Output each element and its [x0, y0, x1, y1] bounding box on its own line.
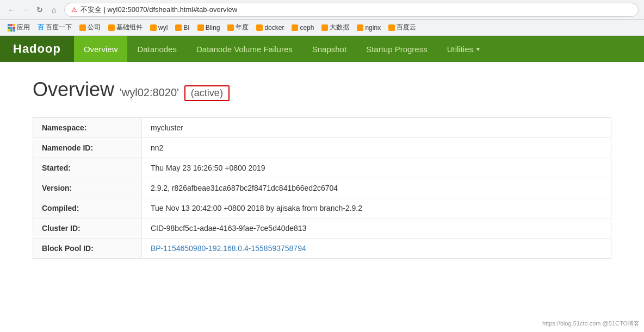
- bookmark-year-label: 年度: [236, 23, 249, 32]
- folder-icon: [197, 24, 204, 31]
- baidu-icon: 百: [38, 23, 44, 32]
- bookmark-bi-label: BI: [183, 24, 189, 32]
- table-cell-label: Block Pool ID:: [33, 239, 142, 259]
- bookmark-bi[interactable]: BI: [172, 23, 193, 33]
- folder-icon: [108, 24, 115, 31]
- page-server: 'wyl02:8020': [120, 86, 179, 99]
- table-cell-value: 2.9.2, r826afbeae31ca687bc2f8471dc841b66…: [142, 178, 611, 198]
- bookmark-bigdata-label: 大数据: [330, 23, 349, 32]
- bookmark-wyl[interactable]: wyl: [147, 23, 171, 33]
- nav-buttons: ← → ↻ ⌂: [5, 4, 60, 16]
- table-cell-value: mycluster: [142, 118, 611, 138]
- table-row: Cluster ID:CID-98bcf5c1-adae-4163-9fae-7…: [33, 218, 611, 239]
- table-cell-value: CID-98bcf5c1-adae-4163-9fae-7ce5d40de813: [142, 218, 611, 239]
- bookmark-apps-label: 应用: [17, 23, 30, 32]
- folder-icon: [150, 24, 157, 31]
- svg-rect-8: [13, 29, 15, 32]
- watermark: https://blog.51cto.com @51CTO博客: [542, 320, 640, 328]
- nav-overview[interactable]: Overview: [74, 36, 128, 62]
- nav-datanodes[interactable]: Datanodes: [127, 36, 187, 62]
- folder-icon: [175, 24, 182, 31]
- url-text: 不安全 | wyl02:50070/dfshealth.html#tab-ove…: [81, 5, 237, 15]
- table-cell-label: Started:: [33, 158, 142, 178]
- table-link-value[interactable]: BP-1154650980-192.168.0.4-1558593758794: [151, 244, 306, 253]
- table-row: Compiled:Tue Nov 13 20:42:00 +0800 2018 …: [33, 198, 611, 218]
- browser-chrome: ← → ↻ ⌂ ⚠ 不安全 | wyl02:50070/dfshealth.ht…: [0, 0, 644, 20]
- table-cell-label: Version:: [33, 178, 142, 198]
- bookmarks-bar: 应用 百 百度一下 公司 基础组件 wyl BI Bling 年度 docker…: [0, 20, 644, 36]
- table-cell-label: Cluster ID:: [33, 218, 142, 239]
- bookmark-infra-label: 基础组件: [116, 23, 143, 32]
- svg-rect-1: [10, 24, 13, 26]
- bookmark-baidu[interactable]: 百 百度一下: [34, 22, 75, 33]
- utilities-label: Utilities: [447, 45, 473, 54]
- table-cell-value[interactable]: BP-1154650980-192.168.0.4-1558593758794: [142, 239, 611, 259]
- table-cell-label: Compiled:: [33, 198, 142, 218]
- folder-icon: [256, 24, 263, 31]
- table-row: Version:2.9.2, r826afbeae31ca687bc2f8471…: [33, 178, 611, 198]
- table-row: Namespace:mycluster: [33, 118, 611, 138]
- folder-icon: [321, 24, 328, 31]
- forward-button[interactable]: →: [20, 4, 32, 16]
- bookmark-baiduyun[interactable]: 百度云: [385, 22, 419, 33]
- dropdown-arrow-icon: ▼: [475, 46, 481, 52]
- bookmark-company-label: 公司: [88, 23, 101, 32]
- bookmark-company[interactable]: 公司: [76, 22, 104, 33]
- bookmark-ceph[interactable]: ceph: [288, 23, 317, 33]
- folder-icon: [388, 24, 395, 31]
- nav-snapshot[interactable]: Snapshot: [302, 36, 356, 62]
- svg-rect-5: [13, 27, 15, 29]
- bookmark-apps[interactable]: 应用: [4, 22, 33, 33]
- svg-rect-3: [8, 27, 10, 29]
- table-cell-label: Namespace:: [33, 118, 142, 138]
- active-badge: (active): [184, 85, 230, 101]
- svg-rect-0: [8, 24, 10, 26]
- nav-links: Overview Datanodes Datanode Volume Failu…: [74, 36, 491, 62]
- bookmark-nginx-label: nginx: [365, 24, 381, 32]
- hadoop-brand: Hadoop: [0, 36, 74, 62]
- main-content: Overview 'wyl02:8020' (active) Namespace…: [0, 62, 644, 332]
- svg-rect-4: [10, 27, 13, 29]
- bookmark-ceph-label: ceph: [300, 24, 314, 32]
- refresh-button[interactable]: ↻: [34, 4, 46, 16]
- bookmark-docker[interactable]: docker: [253, 23, 287, 33]
- table-cell-value: Tue Nov 13 20:42:00 +0800 2018 by ajisak…: [142, 198, 611, 218]
- hadoop-navbar: Hadoop Overview Datanodes Datanode Volum…: [0, 36, 644, 62]
- folder-icon: [79, 24, 86, 31]
- svg-rect-2: [13, 24, 15, 26]
- folder-icon: [357, 24, 363, 31]
- folder-icon: [292, 24, 298, 31]
- table-cell-label: Namenode ID:: [33, 138, 142, 158]
- bookmark-wyl-label: wyl: [158, 24, 168, 32]
- address-bar[interactable]: ⚠ 不安全 | wyl02:50070/dfshealth.html#tab-o…: [64, 3, 639, 17]
- home-button[interactable]: ⌂: [48, 4, 60, 16]
- table-row: Started:Thu May 23 16:26:50 +0800 2019: [33, 158, 611, 178]
- folder-icon: [227, 24, 234, 31]
- nav-utilities[interactable]: Utilities ▼: [437, 36, 491, 62]
- bookmark-baidu-label: 百度一下: [46, 23, 72, 32]
- bookmark-nginx[interactable]: nginx: [354, 23, 384, 33]
- bookmark-bigdata[interactable]: 大数据: [318, 22, 352, 33]
- table-cell-value: nn2: [142, 138, 611, 158]
- nav-datanode-volume-failures[interactable]: Datanode Volume Failures: [187, 36, 302, 62]
- nav-startup-progress[interactable]: Startup Progress: [356, 36, 437, 62]
- security-icon: ⚠: [71, 6, 77, 14]
- page-title-row: Overview 'wyl02:8020' (active): [33, 78, 611, 101]
- bookmark-infrastructure[interactable]: 基础组件: [105, 22, 146, 33]
- bookmark-bling-label: Bling: [206, 24, 220, 32]
- bookmark-baiduyun-label: 百度云: [397, 23, 416, 32]
- info-table: Namespace:myclusterNamenode ID:nn2Starte…: [33, 117, 611, 259]
- table-row: Block Pool ID:BP-1154650980-192.168.0.4-…: [33, 239, 611, 259]
- bookmark-year[interactable]: 年度: [224, 22, 252, 33]
- back-button[interactable]: ←: [5, 4, 17, 16]
- page-title: Overview: [33, 78, 114, 101]
- svg-rect-6: [8, 29, 10, 32]
- table-cell-value: Thu May 23 16:26:50 +0800 2019: [142, 158, 611, 178]
- bookmark-docker-label: docker: [264, 24, 284, 32]
- table-row: Namenode ID:nn2: [33, 138, 611, 158]
- bookmark-bling[interactable]: Bling: [194, 23, 224, 33]
- apps-grid-icon: [8, 24, 15, 32]
- svg-rect-7: [10, 29, 13, 32]
